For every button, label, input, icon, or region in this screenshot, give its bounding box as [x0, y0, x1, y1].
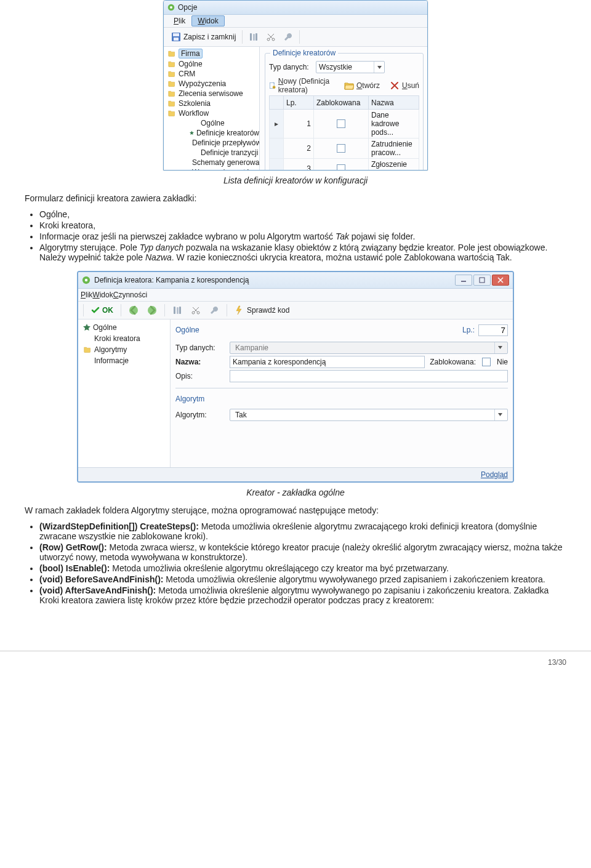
podglad-link[interactable]: Podgląd [78, 467, 513, 481]
lightning-icon [235, 305, 244, 315]
toolbar-tool2[interactable] [262, 30, 279, 44]
tree-item[interactable]: CRM [166, 69, 259, 79]
folder-icon [167, 50, 176, 57]
nav-fwd[interactable] [143, 303, 161, 317]
new-button[interactable]: Nowy (Definicja kreatora) [269, 77, 334, 94]
table-row[interactable]: 2Zatrudnienie pracow... [270, 139, 419, 159]
tree-item[interactable]: Zlecenia serwisowe [166, 89, 259, 98]
col-blocked[interactable]: Zablokowana [314, 96, 369, 110]
list-item: Algorytmy sterujące. Pole Typ danych poz… [39, 243, 566, 262]
open-icon [344, 81, 354, 90]
tree-item[interactable]: Ogólne [166, 59, 259, 69]
alg-value: Tak [233, 411, 494, 419]
check-icon [91, 306, 100, 315]
table-row[interactable]: ▸1Dane kadrowe pods... [270, 110, 419, 139]
tree-item[interactable]: Wzorce elementów w [166, 167, 259, 170]
row-checkbox[interactable] [337, 164, 345, 171]
nav-back[interactable] [125, 303, 142, 317]
menu-widok-2[interactable]: Widok [92, 291, 113, 299]
lp-input[interactable] [478, 324, 508, 336]
minimize-button[interactable] [455, 275, 472, 286]
page-number: 13/30 [0, 656, 591, 669]
close-icon [497, 277, 504, 283]
lp-label: Lp.: [462, 326, 475, 334]
folder-icon [167, 70, 176, 78]
star-icon [190, 129, 194, 137]
list-item: (void) BeforeSaveAndFinish(): Metoda umo… [39, 574, 566, 584]
col-name[interactable]: Nazwa [369, 96, 419, 110]
toolbar: Zapisz i zamknij [164, 28, 427, 47]
blocked-value: Nie [497, 358, 508, 366]
folder-icon [167, 60, 176, 68]
tree-item-label: Informacje [94, 356, 129, 365]
tree-item[interactable]: Algorytmy [79, 344, 169, 355]
row-checkbox[interactable] [337, 119, 345, 128]
type-dropdown[interactable]: Wszystkie [316, 61, 385, 73]
star-icon [83, 324, 90, 331]
menu-czynnosci[interactable]: Czynności [113, 291, 147, 299]
tree-item[interactable]: Ogólne [79, 322, 169, 333]
scissors-icon [266, 32, 276, 42]
tree-item[interactable]: Firma [166, 48, 259, 59]
menu-widok[interactable]: Widok [191, 15, 224, 26]
toolbar-tool1[interactable] [245, 30, 262, 44]
toolbar2-tool2[interactable] [187, 303, 204, 317]
methods-list: (WizardStepDefinition[]) CreateSteps(): … [39, 521, 566, 605]
tree-item[interactable]: Workflow [166, 108, 259, 118]
opis-input[interactable] [230, 370, 508, 382]
chevron-down-icon [498, 346, 502, 349]
arrow-right-icon [147, 305, 157, 315]
tree-item-label: Schematy generowa [192, 158, 259, 167]
open-button[interactable]: Otwórz [344, 81, 380, 90]
tree-item[interactable]: Definicje przepływów [166, 138, 259, 148]
close-button[interactable] [492, 275, 509, 286]
folder-icon [167, 80, 176, 87]
tree-item[interactable]: Definicje kreatorów [166, 128, 259, 138]
tree-item-label: Ogólne [93, 323, 117, 332]
table-row[interactable]: 3Zgłoszenie do ubezpi... [270, 159, 419, 171]
list-item: (WizardStepDefinition[]) CreateSteps(): … [39, 521, 566, 541]
tree-item-label: Szkolenia [179, 99, 211, 108]
tree-item[interactable]: Definicje tranzycji [166, 148, 259, 158]
toolbar-tool3[interactable] [279, 30, 297, 44]
tree-item[interactable]: Ogólne [166, 118, 259, 128]
type-value-2: Kampanie [233, 344, 494, 352]
menubar: Plik Widok [164, 15, 427, 28]
tree-item[interactable]: Schematy generowa [166, 158, 259, 167]
name-input[interactable]: Kampania z korespondencją [230, 356, 425, 368]
tree-item[interactable]: Szkolenia [166, 98, 259, 108]
type-dropdown-2[interactable]: Kampanie [230, 342, 508, 354]
toolbar2-tool3[interactable] [206, 303, 223, 317]
gear-icon [82, 276, 90, 284]
menu-plik-2[interactable]: Plik [81, 291, 92, 299]
titlebar: Opcje [164, 1, 427, 15]
alg-dropdown[interactable]: Tak [230, 409, 508, 421]
folder-icon [167, 110, 176, 117]
save-close-label: Zapisz i zamknij [183, 33, 236, 41]
arrow-left-icon [129, 305, 139, 315]
delete-button[interactable]: Usuń [390, 81, 419, 90]
new-icon [269, 81, 276, 90]
save-close-button[interactable]: Zapisz i zamknij [167, 30, 239, 44]
tree-item[interactable]: Kroki kreatora [79, 333, 169, 344]
window-title: Opcje [178, 3, 197, 12]
col-lp[interactable]: Lp. [284, 96, 314, 110]
group-general-title: Ogólne [175, 326, 199, 334]
blocked-checkbox[interactable] [482, 358, 491, 366]
tree-item-label: Definicje kreatorów [196, 129, 259, 137]
toolbar2-tool1[interactable] [169, 303, 186, 317]
tree-item[interactable]: Wypożyczenia [166, 79, 259, 89]
tree-item-label: Workflow [179, 109, 209, 118]
alg-label: Algorytm: [175, 411, 225, 419]
check-code-button[interactable]: Sprawdź kod [231, 303, 293, 317]
tree-item-label: Zlecenia serwisowe [179, 89, 243, 98]
menu-plik[interactable]: Plik [167, 15, 191, 26]
maximize-button[interactable] [473, 275, 491, 286]
wrench-icon [209, 305, 219, 315]
tree-item[interactable]: Informacje [79, 355, 169, 366]
tools-icon [172, 305, 182, 315]
ok-button[interactable]: OK [87, 306, 117, 315]
row-checkbox[interactable] [337, 144, 345, 153]
tree-item-label: Algorytmy [94, 345, 127, 354]
group-algorithm: Algorytm Algorytm: Tak [175, 393, 508, 421]
